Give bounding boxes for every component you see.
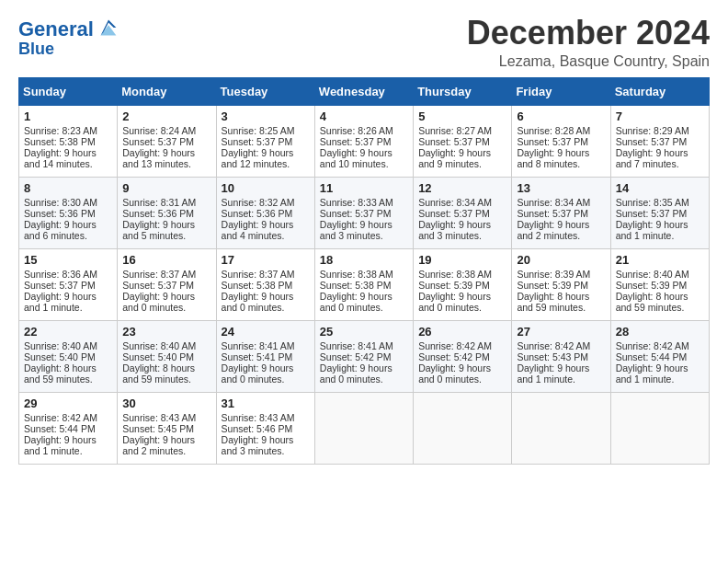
cell-info-line: and 59 minutes.: [24, 373, 112, 385]
cell-info-line: Sunrise: 8:23 AM: [24, 125, 112, 136]
title-area: December 2024 Lezama, Basque Country, Sp…: [467, 15, 710, 70]
cell-info-line: Sunset: 5:37 PM: [24, 280, 112, 291]
day-number: 29: [24, 396, 112, 410]
cell-info-line: Daylight: 9 hours: [517, 219, 605, 230]
cell-info-line: Sunset: 5:41 PM: [222, 351, 310, 362]
cell-info-line: Sunset: 5:37 PM: [616, 208, 704, 219]
cell-info-line: Daylight: 8 hours: [616, 291, 704, 302]
calendar-cell: 24Sunrise: 8:41 AMSunset: 5:41 PMDayligh…: [216, 320, 314, 392]
day-number: 22: [24, 325, 112, 339]
cell-info-line: Sunset: 5:39 PM: [418, 280, 506, 291]
cell-info-line: Sunrise: 8:42 AM: [517, 340, 605, 351]
cell-info-line: Daylight: 8 hours: [122, 362, 210, 373]
calendar-week-row: 15Sunrise: 8:36 AMSunset: 5:37 PMDayligh…: [19, 248, 710, 320]
calendar-cell: 5Sunrise: 8:27 AMSunset: 5:37 PMDaylight…: [414, 105, 512, 177]
calendar-cell: 14Sunrise: 8:35 AMSunset: 5:37 PMDayligh…: [610, 177, 709, 248]
cell-info-line: Sunrise: 8:34 AM: [418, 197, 506, 208]
calendar-cell: 15Sunrise: 8:36 AMSunset: 5:37 PMDayligh…: [19, 248, 118, 320]
cell-info-line: Sunset: 5:46 PM: [222, 423, 310, 434]
cell-info-line: Sunrise: 8:26 AM: [320, 125, 408, 136]
day-number: 9: [122, 181, 210, 195]
cell-info-line: Daylight: 9 hours: [24, 434, 112, 445]
cell-info-line: and 1 minute.: [24, 445, 112, 456]
cell-info-line: Sunset: 5:36 PM: [222, 208, 310, 219]
calendar-cell: [414, 392, 512, 464]
cell-info-line: Sunrise: 8:31 AM: [122, 197, 210, 208]
cell-info-line: and 9 minutes.: [418, 158, 506, 169]
cell-info-line: Daylight: 8 hours: [24, 362, 112, 373]
cell-info-line: Sunset: 5:38 PM: [222, 280, 310, 291]
cell-info-line: Sunset: 5:37 PM: [222, 136, 310, 147]
calendar-cell: 29Sunrise: 8:42 AMSunset: 5:44 PMDayligh…: [19, 392, 118, 464]
cell-info-line: Sunset: 5:44 PM: [24, 423, 112, 434]
day-number: 8: [24, 181, 112, 195]
calendar-cell: 3Sunrise: 8:25 AMSunset: 5:37 PMDaylight…: [216, 105, 314, 177]
day-number: 23: [122, 325, 210, 339]
day-number: 14: [616, 181, 704, 195]
cell-info-line: Sunset: 5:37 PM: [320, 136, 408, 147]
cell-info-line: Daylight: 9 hours: [320, 291, 408, 302]
cell-info-line: Sunrise: 8:37 AM: [122, 269, 210, 280]
cell-info-line: and 0 minutes.: [418, 302, 506, 313]
cell-info-line: Daylight: 9 hours: [122, 219, 210, 230]
cell-info-line: and 59 minutes.: [616, 302, 704, 313]
weekday-header-thursday: Thursday: [414, 77, 512, 105]
cell-info-line: and 12 minutes.: [222, 158, 310, 169]
cell-info-line: and 0 minutes.: [418, 373, 506, 385]
cell-info-line: Sunrise: 8:38 AM: [418, 269, 506, 280]
calendar-cell: [610, 392, 709, 464]
cell-info-line: Sunrise: 8:36 AM: [24, 269, 112, 280]
logo: General Blue: [18, 18, 121, 59]
cell-info-line: Sunrise: 8:27 AM: [418, 125, 506, 136]
cell-info-line: Daylight: 9 hours: [24, 147, 112, 158]
cell-info-line: Sunset: 5:37 PM: [122, 136, 210, 147]
cell-info-line: and 7 minutes.: [616, 158, 704, 169]
cell-info-line: Sunrise: 8:37 AM: [222, 269, 310, 280]
cell-info-line: and 0 minutes.: [122, 302, 210, 313]
day-number: 19: [418, 253, 506, 267]
calendar-cell: 19Sunrise: 8:38 AMSunset: 5:39 PMDayligh…: [414, 248, 512, 320]
day-number: 3: [222, 109, 310, 123]
calendar-cell: [314, 392, 413, 464]
cell-info-line: Sunrise: 8:35 AM: [616, 197, 704, 208]
cell-info-line: and 13 minutes.: [122, 158, 210, 169]
cell-info-line: and 59 minutes.: [122, 373, 210, 385]
cell-info-line: Daylight: 9 hours: [418, 219, 506, 230]
cell-info-line: Daylight: 9 hours: [616, 147, 704, 158]
cell-info-line: Daylight: 9 hours: [222, 291, 310, 302]
weekday-header-tuesday: Tuesday: [216, 77, 314, 105]
calendar-cell: 30Sunrise: 8:43 AMSunset: 5:45 PMDayligh…: [118, 392, 216, 464]
cell-info-line: Daylight: 9 hours: [517, 147, 605, 158]
day-number: 10: [222, 181, 310, 195]
calendar-cell: [512, 392, 610, 464]
cell-info-line: Sunset: 5:37 PM: [418, 136, 506, 147]
cell-info-line: Sunset: 5:36 PM: [122, 208, 210, 219]
cell-info-line: Sunset: 5:42 PM: [418, 351, 506, 362]
day-number: 1: [24, 109, 112, 123]
cell-info-line: Sunrise: 8:32 AM: [222, 197, 310, 208]
calendar-cell: 4Sunrise: 8:26 AMSunset: 5:37 PMDaylight…: [314, 105, 413, 177]
cell-info-line: Daylight: 9 hours: [418, 291, 506, 302]
weekday-header-wednesday: Wednesday: [314, 77, 413, 105]
day-number: 11: [320, 181, 408, 195]
cell-info-line: Sunrise: 8:29 AM: [616, 125, 704, 136]
weekday-header-monday: Monday: [118, 77, 216, 105]
calendar-cell: 17Sunrise: 8:37 AMSunset: 5:38 PMDayligh…: [216, 248, 314, 320]
cell-info-line: Sunrise: 8:40 AM: [24, 340, 112, 351]
day-number: 27: [517, 325, 605, 339]
cell-info-line: Sunrise: 8:41 AM: [222, 340, 310, 351]
calendar-cell: 16Sunrise: 8:37 AMSunset: 5:37 PMDayligh…: [118, 248, 216, 320]
cell-info-line: Daylight: 9 hours: [320, 147, 408, 158]
cell-info-line: Daylight: 9 hours: [616, 219, 704, 230]
calendar-cell: 28Sunrise: 8:42 AMSunset: 5:44 PMDayligh…: [610, 320, 709, 392]
calendar-cell: 21Sunrise: 8:40 AMSunset: 5:39 PMDayligh…: [610, 248, 709, 320]
cell-info-line: and 1 minute.: [616, 373, 704, 385]
cell-info-line: Daylight: 9 hours: [320, 219, 408, 230]
cell-info-line: Sunrise: 8:43 AM: [122, 412, 210, 423]
calendar-cell: 20Sunrise: 8:39 AMSunset: 5:39 PMDayligh…: [512, 248, 610, 320]
cell-info-line: Sunset: 5:37 PM: [517, 208, 605, 219]
calendar-cell: 22Sunrise: 8:40 AMSunset: 5:40 PMDayligh…: [19, 320, 118, 392]
day-number: 13: [517, 181, 605, 195]
cell-info-line: Daylight: 9 hours: [616, 362, 704, 373]
cell-info-line: and 3 minutes.: [320, 230, 408, 241]
